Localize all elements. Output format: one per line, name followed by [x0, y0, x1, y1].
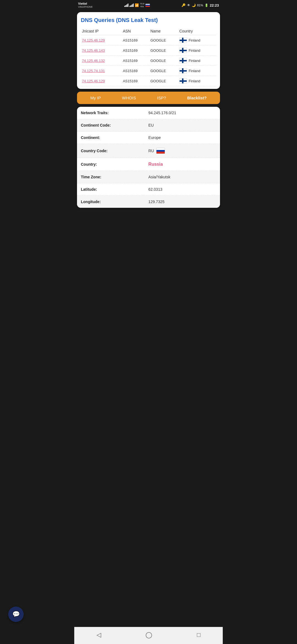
home-button[interactable]: ◯	[140, 630, 158, 640]
col-country: Country	[178, 27, 216, 35]
country-name: Finland	[189, 79, 200, 83]
country-name: Finland	[189, 48, 200, 53]
info-row: Longitude:129.7325	[77, 196, 220, 208]
dns-card: DNS Queries (DNS Leak Test) Jnicast IP A…	[77, 12, 220, 89]
carrier-name: Viettel	[78, 2, 93, 6]
info-value: RU	[146, 144, 220, 158]
info-label: Latitude:	[77, 183, 146, 195]
name-cell: GOOGLE	[149, 45, 178, 56]
asn-cell: AS15169	[122, 76, 149, 86]
dns-table: Jnicast IP ASN Name Country 74.125.46.12…	[81, 27, 216, 86]
asn-cell: AS15169	[122, 45, 149, 56]
info-value: Russia	[146, 158, 220, 171]
info-row: Country Code:RU	[77, 144, 220, 158]
bar4	[133, 4, 134, 7]
system-nav-bar: ◁ ◯ □	[74, 627, 223, 644]
nav-tab-blacklist[interactable]: Blacklist?	[187, 95, 207, 100]
speed-value: 73.9	[140, 2, 144, 5]
info-label: Country:	[77, 158, 146, 170]
bar3	[132, 4, 133, 7]
speed-display: 73.9 K/s	[140, 2, 144, 8]
speed-unit: K/s	[140, 5, 144, 8]
dns-title: DNS Queries (DNS Leak Test)	[81, 17, 216, 23]
info-row: Time Zone:Asia/Yakutsk	[77, 171, 220, 183]
status-center: 📶 73.9 K/s	[124, 2, 150, 8]
moon-icon: 🌙	[192, 3, 196, 7]
russia-flag-icon	[156, 148, 165, 154]
nav-tabs[interactable]: My IPWHOISISP?Blacklist?	[77, 92, 220, 104]
info-value: 129.7325	[146, 196, 220, 208]
bar3	[127, 4, 127, 7]
ip-cell[interactable]: 74.125.46.143	[81, 45, 122, 56]
info-label: Network Traits:	[77, 107, 146, 119]
name-cell: GOOGLE	[149, 35, 178, 45]
info-label: Time Zone:	[77, 171, 146, 183]
clock: 22:23	[210, 3, 219, 7]
country-cell: Finland	[178, 56, 216, 66]
battery-level: 81%	[197, 4, 203, 7]
ip-cell[interactable]: 74.125.46.132	[81, 56, 122, 66]
dns-table-row: 74.125.74.131 AS15169 GOOGLE Finland	[81, 66, 216, 76]
ip-cell[interactable]: 74.125.46.129	[81, 76, 122, 86]
finland-flag-icon	[179, 78, 187, 84]
wifi-icon: 📶	[135, 3, 139, 7]
info-card: Network Traits:94.245.176.0/21Continent …	[77, 107, 220, 208]
bar1	[124, 6, 125, 7]
info-value: 94.245.176.0/21	[146, 107, 220, 119]
bar2	[131, 5, 131, 7]
dns-table-row: 74.125.46.143 AS15169 GOOGLE Finland	[81, 45, 216, 56]
nav-tab-myip[interactable]: My IP	[90, 95, 101, 100]
name-cell: GOOGLE	[149, 56, 178, 66]
dns-table-row: 74.125.46.132 AS15169 GOOGLE Finland	[81, 56, 216, 66]
asn-cell: AS15169	[122, 56, 149, 66]
col-asn: ASN	[122, 27, 149, 35]
bar1	[130, 6, 130, 7]
info-label: Continent:	[77, 132, 146, 144]
info-label: Longitude:	[77, 196, 146, 208]
info-label: Country Code:	[77, 145, 146, 157]
country-name: Finland	[189, 69, 200, 73]
finland-flag-icon	[179, 48, 187, 53]
info-row: Continent Code:EU	[77, 119, 220, 132]
info-row: Network Traits:94.245.176.0/21	[77, 107, 220, 119]
dns-table-row: 74.125.46.129 AS15169 GOOGLE Finland	[81, 76, 216, 86]
info-value: Asia/Yakutsk	[146, 171, 220, 183]
bar4	[128, 4, 128, 7]
info-label: Continent Code:	[77, 119, 146, 131]
country-code-text: RU	[148, 149, 154, 153]
page-content: DNS Queries (DNS Leak Test) Jnicast IP A…	[74, 10, 223, 210]
country-cell: Finland	[178, 35, 216, 45]
name-cell: GOOGLE	[149, 76, 178, 86]
info-row: Continent:Europe	[77, 132, 220, 144]
ip-cell[interactable]: 74.125.46.129	[81, 35, 122, 45]
carrier-info: Viettel VINAPHONE	[78, 2, 93, 9]
nav-tab-whois[interactable]: WHOIS	[122, 95, 136, 100]
back-button[interactable]: ◁	[91, 630, 107, 640]
dns-table-row: 74.125.46.129 AS15169 GOOGLE Finland	[81, 35, 216, 45]
info-value: EU	[146, 119, 220, 131]
info-value: 62.0313	[146, 183, 220, 195]
country-cell: Finland	[178, 66, 216, 76]
country-name: Finland	[189, 38, 200, 42]
ip-cell[interactable]: 74.125.74.131	[81, 66, 122, 76]
signal-bars-2	[130, 4, 134, 7]
network-name: VINAPHONE	[78, 6, 93, 9]
info-row: Latitude:62.0313	[77, 183, 220, 196]
recent-button[interactable]: □	[191, 630, 206, 640]
bar2	[125, 5, 126, 7]
finland-flag-icon	[179, 68, 187, 73]
name-cell: GOOGLE	[149, 66, 178, 76]
col-ip: Jnicast IP	[81, 27, 122, 35]
status-right: 🔑 👁 🌙 81% 🔋 22:23	[182, 3, 219, 7]
finland-flag-icon	[179, 37, 187, 43]
status-bar: Viettel VINAPHONE 📶 73.9 K/s 🔑 👁 🌙	[74, 0, 223, 10]
country-cell: Finland	[178, 45, 216, 56]
nav-tab-isp[interactable]: ISP?	[157, 95, 166, 100]
ru-flag-status	[145, 4, 150, 7]
finland-flag-icon	[179, 58, 187, 63]
col-name: Name	[149, 27, 178, 35]
signal-bars-1	[124, 4, 128, 7]
vpn-key-icon: 🔑	[182, 3, 186, 7]
eye-icon: 👁	[187, 3, 190, 7]
asn-cell: AS15169	[122, 35, 149, 45]
